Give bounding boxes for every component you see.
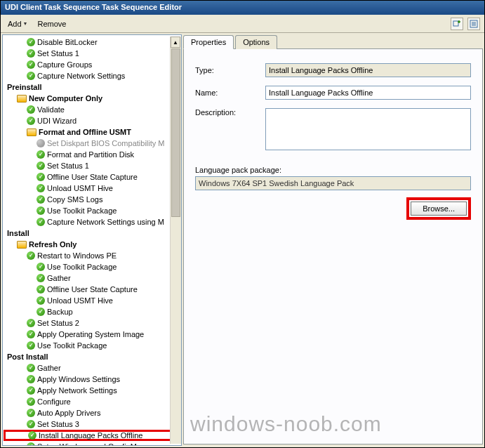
check-icon — [27, 409, 35, 417]
tree-folder[interactable]: Format and Offline USMT — [4, 126, 182, 138]
tree-item[interactable]: Apply Network Settings — [4, 385, 182, 396]
tree-item-label: Disable BitLocker — [37, 38, 98, 46]
tree-item[interactable]: Unload USMT Hive — [4, 183, 182, 194]
tree-item-label: Apply Windows Settings — [37, 375, 120, 383]
tree-item-label: Install Language Packs Offline — [39, 431, 142, 440]
tree-folder[interactable]: Refresh Only — [4, 239, 182, 250]
tree-section-header[interactable]: Install — [4, 228, 182, 239]
tree-item-label: Auto Apply Drivers — [37, 409, 100, 417]
tree-item-label: Backup — [47, 308, 73, 316]
tab-properties[interactable]: Properties — [183, 35, 234, 49]
check-icon — [27, 105, 35, 114]
tree-folder-label: Refresh Only — [29, 240, 77, 249]
tree-item-label: Set Diskpart BIOS Compatibility M — [47, 139, 165, 147]
check-icon — [27, 442, 35, 446]
browse-highlight: Browse... — [406, 197, 471, 220]
tree-folder[interactable]: New Computer Only — [4, 93, 182, 104]
description-label: Description: — [195, 108, 258, 117]
tree-item[interactable]: Capture Groups — [4, 59, 182, 70]
tree-item-label: Capture Network Settings using M — [47, 218, 164, 226]
tab-options[interactable]: Options — [235, 35, 277, 49]
tree-item[interactable]: Auto Apply Drivers — [4, 407, 182, 419]
tree-item[interactable]: Disable BitLocker — [4, 37, 182, 48]
tree-item-label: Restart to Windows PE — [37, 251, 117, 260]
tree-item[interactable]: Set Status 2 — [4, 317, 182, 329]
browse-button[interactable]: Browse... — [411, 202, 467, 216]
tree-item[interactable]: Gather — [4, 272, 182, 284]
check-icon — [27, 251, 35, 260]
tree-item-label: Capture Network Settings — [37, 72, 125, 80]
remove-button[interactable]: Remove — [35, 18, 69, 29]
tree-item[interactable]: Unload USMT Hive — [4, 295, 182, 306]
tree-item-label: Set Status 1 — [37, 49, 79, 58]
check-icon — [27, 386, 35, 395]
tree-item[interactable]: Validate — [4, 104, 182, 115]
tree-item-label: Set Status 2 — [37, 319, 79, 327]
new-group-icon[interactable] — [451, 18, 463, 30]
properties-panel: Type: Name: Description: Language pack p… — [183, 48, 483, 444]
scroll-thumb[interactable] — [171, 48, 180, 217]
tree-item-label: Offline User State Capture — [47, 285, 138, 294]
properties-icon[interactable] — [467, 18, 480, 30]
tree-item[interactable]: Copy SMS Logs — [4, 194, 182, 205]
scroll-up-icon[interactable]: ▲ — [171, 37, 180, 48]
check-icon — [27, 341, 35, 350]
tree-item-label: Unload USMT Hive — [47, 296, 113, 305]
tree-item[interactable]: Use Toolkit Package — [4, 261, 182, 272]
tree-folder-label: New Computer Only — [29, 94, 102, 103]
add-label: Add — [8, 20, 22, 28]
tree-item[interactable]: Apply Windows Settings — [4, 374, 182, 385]
tree-item-label: Format and Partition Disk — [47, 150, 134, 159]
tree-item-label: Set Status 1 — [47, 162, 89, 170]
folder-icon — [17, 95, 27, 103]
tree-item-label: Apply Network Settings — [37, 386, 117, 395]
tree-item[interactable]: Use Toolkit Package — [4, 205, 182, 216]
check-icon — [27, 375, 35, 383]
tree-item-label: Offline User State Capture — [47, 173, 138, 181]
tree-item[interactable]: Setup Windows and ConfigMgr — [4, 441, 182, 446]
tree-item-label: Apply Operating System Image — [37, 330, 144, 338]
check-icon — [27, 364, 35, 372]
tree-item[interactable]: Use Toolkit Package — [4, 340, 182, 351]
tree-item[interactable]: Capture Network Settings — [4, 70, 182, 81]
name-field[interactable] — [265, 86, 471, 100]
tab-strip: Properties Options — [183, 35, 483, 49]
tree-item-label: Use Toolkit Package — [47, 263, 117, 271]
tree-item[interactable]: Offline User State Capture — [4, 171, 182, 183]
tree-item[interactable]: Format and Partition Disk — [4, 149, 182, 160]
main-area: Disable BitLockerSet Status 1Capture Gro… — [1, 33, 484, 447]
add-menu[interactable]: Add ▼ — [5, 18, 31, 29]
check-icon — [36, 263, 45, 271]
tree-item[interactable]: Capture Network Settings using M — [4, 216, 182, 228]
window-title: UDI Client Task Sequence Task Sequence E… — [5, 3, 182, 11]
tree-item[interactable]: Set Status 1 — [4, 160, 182, 171]
tree-scrollbar[interactable]: ▲ — [170, 37, 181, 444]
tree-section-header[interactable]: Preinstall — [4, 81, 182, 93]
tree-item[interactable]: UDI Wizard — [4, 115, 182, 126]
check-icon — [36, 184, 45, 192]
browse-label: Browse... — [423, 204, 455, 213]
tree-item[interactable]: Set Status 3 — [4, 419, 182, 430]
check-icon — [27, 397, 35, 406]
task-sequence-tree[interactable]: Disable BitLockerSet Status 1Capture Gro… — [2, 34, 182, 446]
tree-item[interactable]: Offline User State Capture — [4, 284, 182, 295]
tree-item[interactable]: Backup — [4, 306, 182, 317]
tree-item[interactable]: Gather — [4, 362, 182, 374]
type-field — [265, 63, 471, 77]
description-field[interactable] — [265, 108, 471, 150]
tree-item[interactable]: Apply Operating System Image — [4, 329, 182, 340]
tree-item[interactable]: Set Status 1 — [4, 48, 182, 59]
tree-section-header[interactable]: Post Install — [4, 351, 182, 362]
tree-item-label: Gather — [47, 274, 71, 282]
check-icon — [28, 431, 36, 440]
check-icon — [27, 420, 35, 428]
window-titlebar: UDI Client Task Sequence Task Sequence E… — [1, 1, 484, 15]
tree-item[interactable]: Set Diskpart BIOS Compatibility M — [4, 138, 182, 149]
tree-item[interactable]: Restart to Windows PE — [4, 250, 182, 261]
tree-item-label: Set Status 3 — [37, 420, 79, 428]
tree-item[interactable]: Install Language Packs Offline — [4, 430, 182, 441]
tree-item[interactable]: Configure — [4, 396, 182, 407]
tree-item-label: Validate — [37, 105, 65, 114]
dropdown-arrow-icon: ▼ — [23, 21, 28, 26]
check-icon — [27, 72, 35, 80]
